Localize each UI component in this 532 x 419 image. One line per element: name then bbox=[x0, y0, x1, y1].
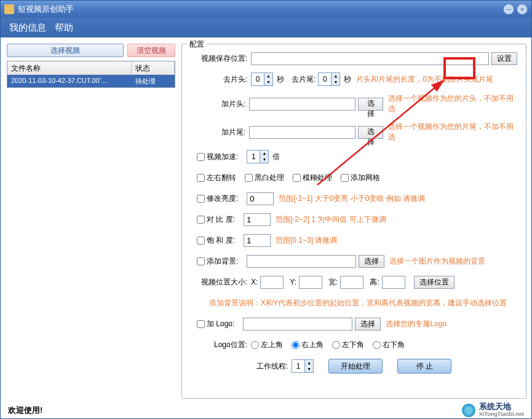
contrast-checkbox[interactable] bbox=[197, 216, 205, 224]
brightness-hint: 范围[-1~1] 大于0变亮 小于0变暗 例如 请微调 bbox=[279, 194, 425, 204]
trim-hint: 片头和片尾的长度，0为不删除片头或片尾 bbox=[356, 74, 493, 85]
speed-input[interactable] bbox=[247, 151, 260, 163]
save-loc-input[interactable] bbox=[251, 52, 489, 65]
up-icon[interactable]: ▲ bbox=[305, 360, 313, 366]
row-speed: 视频加速: ▲▼ 倍 bbox=[191, 150, 517, 163]
threads-spinner[interactable]: ▲▼ bbox=[292, 359, 314, 373]
down-icon[interactable]: ▼ bbox=[332, 79, 339, 85]
trim-tail-label: 去片尾: bbox=[292, 74, 316, 85]
saturation-input[interactable] bbox=[244, 234, 271, 247]
blur-checkbox[interactable] bbox=[293, 174, 301, 182]
logo-label: 加 Logo: bbox=[207, 319, 234, 329]
add-tail-input[interactable] bbox=[249, 126, 355, 139]
grid-checkbox[interactable] bbox=[341, 174, 349, 182]
pos-label: 视频位置大小: bbox=[191, 277, 247, 288]
table-header: 文件名称 状态 bbox=[7, 61, 175, 75]
radio-top-left[interactable] bbox=[251, 341, 259, 349]
radio-bottom-left[interactable] bbox=[332, 341, 340, 349]
bw-label: 黑白处理 bbox=[255, 173, 284, 183]
up-icon[interactable]: ▲ bbox=[264, 73, 272, 79]
logo-pos-label: Logo位置: bbox=[191, 340, 247, 350]
row-trim: 去片头: ▲▼ 秒 去片尾: ▲▼ 秒 片头和片尾的长度，0为不删除片头或片尾 bbox=[191, 72, 517, 86]
down-icon[interactable]: ▼ bbox=[264, 79, 272, 85]
position-hint: 添加背景说明：X和Y代表初步位置的起始位置，宽和高代表视频的宽高；建议手动选择位… bbox=[209, 298, 507, 308]
menu-myinfo[interactable]: 我的信息 bbox=[9, 22, 46, 34]
brightness-input[interactable] bbox=[247, 192, 274, 205]
bg-input[interactable] bbox=[247, 255, 356, 268]
save-loc-label: 视频保存位置: bbox=[191, 53, 247, 64]
row-brightness: 修改亮度: 范围[-1~1] 大于0变亮 小于0变暗 例如 请微调 bbox=[197, 192, 517, 205]
titlebar: 短视频原创助手 ─ × bbox=[1, 1, 531, 18]
select-head-button[interactable]: 选择 bbox=[358, 98, 383, 111]
bw-checkbox[interactable] bbox=[245, 174, 253, 182]
threads-input[interactable] bbox=[292, 360, 304, 372]
select-logo-button[interactable]: 选择 bbox=[355, 318, 381, 331]
brightness-checkbox[interactable] bbox=[197, 195, 205, 203]
stop-button[interactable]: 停 止 bbox=[397, 359, 451, 374]
close-button[interactable]: × bbox=[517, 4, 528, 15]
y-input[interactable] bbox=[299, 276, 322, 289]
file-table: 文件名称 状态 2020-11-03-10-42-37.CUT.00'… 待处理 bbox=[7, 61, 175, 88]
clear-video-button[interactable]: 清空视频 bbox=[127, 44, 175, 57]
table-row[interactable]: 2020-11-03-10-42-37.CUT.00'… 待处理 bbox=[7, 75, 175, 87]
add-head-input[interactable] bbox=[249, 98, 355, 111]
logo-input[interactable] bbox=[243, 318, 352, 331]
up-icon[interactable]: ▲ bbox=[260, 151, 268, 157]
down-icon[interactable]: ▼ bbox=[260, 157, 268, 163]
config-panel: 配置 视频保存位置: 设置 去片头: ▲▼ 秒 去片尾: ▲▼ 秒 片头和片尾的… bbox=[181, 44, 526, 399]
select-position-button[interactable]: 选择位置 bbox=[414, 276, 455, 289]
h-input[interactable] bbox=[382, 276, 405, 289]
menu-help[interactable]: 帮助 bbox=[55, 22, 73, 34]
row-logo-position: Logo位置: 左上角 右上角 左下角 右下角 bbox=[191, 338, 517, 351]
add-tail-hint: 选择一个视频作为您的片尾，不加不用选 bbox=[388, 122, 517, 143]
w-input[interactable] bbox=[340, 276, 363, 289]
radio-bottom-right[interactable] bbox=[373, 341, 381, 349]
add-tail-label: 加片尾: bbox=[191, 127, 245, 138]
flip-label: 左右翻转 bbox=[207, 173, 236, 183]
watermark: 系统天地 XiTongTianDi.net bbox=[462, 403, 524, 418]
contrast-input[interactable] bbox=[244, 213, 271, 226]
start-button[interactable]: 开始处理 bbox=[328, 359, 383, 374]
set-location-button[interactable]: 设置 bbox=[491, 52, 517, 65]
trim-tail-spinner[interactable]: ▲▼ bbox=[318, 72, 340, 86]
bg-label: 添加背景: bbox=[207, 256, 238, 267]
content-area: 选择视频 清空视频 文件名称 状态 2020-11-03-10-42-37.CU… bbox=[1, 37, 531, 402]
select-video-button[interactable]: 选择视频 bbox=[7, 44, 124, 57]
window-title: 短视频原创助手 bbox=[18, 4, 503, 15]
up-icon[interactable]: ▲ bbox=[332, 73, 339, 79]
bg-hint: 选择一个图片作为视频的背景 bbox=[389, 256, 485, 267]
select-bg-button[interactable]: 选择 bbox=[359, 255, 384, 268]
statusbar: 欢迎使用! 系统天地 XiTongTianDi.net bbox=[1, 402, 531, 418]
col-filename[interactable]: 文件名称 bbox=[7, 61, 132, 74]
flip-checkbox[interactable] bbox=[197, 174, 205, 182]
select-tail-button[interactable]: 选择 bbox=[358, 126, 383, 139]
sec-label-1: 秒 bbox=[277, 74, 284, 85]
minimize-button[interactable]: ─ bbox=[503, 4, 514, 15]
row-background: 添加背景: 选择 选择一个图片作为视频的背景 bbox=[197, 254, 517, 268]
row-saturation: 饱 和 度: 范围[0.1~3] 请微调 bbox=[197, 233, 517, 247]
row-contrast: 对 比 度: 范围[-2~2] 1 为中间值 可上下微调 bbox=[197, 213, 517, 226]
y-label: Y: bbox=[290, 278, 296, 286]
bg-checkbox[interactable] bbox=[197, 257, 205, 265]
add-head-label: 加片头: bbox=[191, 99, 245, 109]
watermark-cn: 系统天地 bbox=[479, 403, 524, 410]
saturation-checkbox[interactable] bbox=[197, 237, 205, 245]
row-effects: 左右翻转 黑白处理 模糊处理 添加网格 bbox=[197, 171, 517, 184]
x-input[interactable] bbox=[260, 276, 284, 289]
cell-status: 待处理 bbox=[132, 75, 175, 87]
row-add-head: 加片头: 选择 选择一个视频作为您的片头，不加不用选 bbox=[191, 93, 517, 114]
menubar: 我的信息 帮助 bbox=[1, 18, 531, 37]
speed-spinner[interactable]: ▲▼ bbox=[247, 150, 269, 163]
speed-checkbox[interactable] bbox=[197, 153, 205, 161]
down-icon[interactable]: ▼ bbox=[305, 366, 313, 372]
trim-tail-input[interactable] bbox=[319, 73, 331, 85]
col-status[interactable]: 状态 bbox=[132, 61, 175, 74]
globe-icon bbox=[462, 404, 475, 417]
logo-checkbox[interactable] bbox=[197, 320, 205, 328]
trim-head-spinner[interactable]: ▲▼ bbox=[251, 72, 273, 86]
radio-top-right[interactable] bbox=[292, 341, 300, 349]
trim-head-input[interactable] bbox=[252, 73, 264, 85]
grid-label: 添加网格 bbox=[351, 173, 380, 183]
w-label: 宽: bbox=[328, 277, 338, 288]
saturation-hint: 范围[0.1~3] 请微调 bbox=[276, 235, 337, 246]
